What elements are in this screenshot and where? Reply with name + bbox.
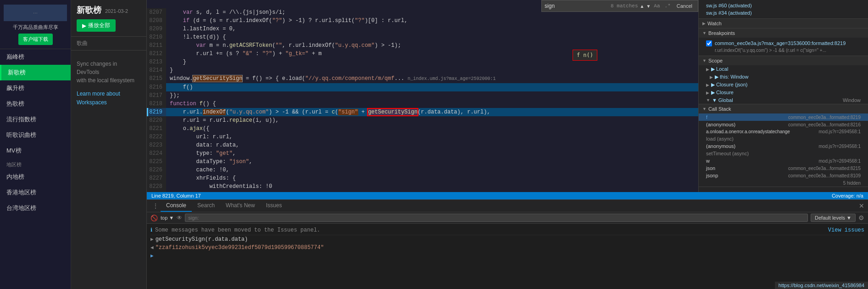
line-content: r.url = r.url.replace(i, u)), bbox=[166, 116, 279, 125]
case-sensitive-toggle[interactable]: Aa bbox=[652, 1, 661, 11]
search-input[interactable] bbox=[545, 3, 609, 9]
line-number: 8207 bbox=[147, 8, 166, 17]
scope-closure-json-row[interactable]: ▶ ▶ Closure (json) bbox=[699, 81, 868, 89]
status-position: Line 8219, Column 17 bbox=[151, 193, 201, 198]
sidebar-item-dianfengbang[interactable]: 巅峰榜 bbox=[0, 49, 71, 65]
prev-match-button[interactable]: ▲ bbox=[640, 4, 645, 9]
play-all-button[interactable]: ▶ 播放全部 bbox=[77, 19, 116, 32]
sidebar-item-liuxing[interactable]: 流行指数榜 bbox=[0, 112, 71, 127]
call-stack-item-anon1[interactable]: (anonymous) common_eec0e3a...formatted:8… bbox=[699, 121, 868, 128]
download-button[interactable]: 客户端下载 bbox=[18, 34, 53, 45]
sidebar-item-mv[interactable]: MV榜 bbox=[0, 143, 71, 159]
tab-console[interactable]: Console bbox=[161, 200, 192, 212]
call-stack-header[interactable]: ▼ Call Stack bbox=[699, 104, 868, 113]
search-cancel-button[interactable]: Cancel bbox=[674, 3, 695, 9]
call-stack-title: Call Stack bbox=[708, 106, 731, 112]
next-match-button[interactable]: ▼ bbox=[646, 4, 651, 9]
workspaces-text: Workspaces bbox=[77, 99, 107, 106]
console-filter-input[interactable] bbox=[185, 214, 808, 222]
call-stack-item-load[interactable]: load (async) bbox=[699, 135, 868, 142]
sidebar-item-xinggebang[interactable]: 新歌榜 bbox=[0, 65, 71, 80]
line-content: r.url += (s ? "&" : "?") + "g_tk=" + m bbox=[166, 50, 322, 58]
call-stack-location: common_eec0e3a...formatted:8219 bbox=[788, 115, 861, 120]
sidebar-item-label: 内地榜 bbox=[6, 173, 24, 180]
hidden-count-row[interactable]: 5 hidden bbox=[699, 179, 868, 187]
tab-whatsnew[interactable]: What's New bbox=[220, 200, 261, 212]
sw-item2-text: sw.js #34 (activated) bbox=[706, 10, 752, 16]
top-selector[interactable]: top ▼ bbox=[161, 215, 174, 221]
workspaces-link[interactable]: Workspaces bbox=[77, 99, 141, 106]
call-stack-item-w[interactable]: w mod.js?r=2694568:1 bbox=[699, 157, 868, 164]
sidebar-item-label: 新歌榜 bbox=[8, 69, 26, 76]
code-line: 8212 r.url += (s ? "&" : "?") + "g_tk=" … bbox=[147, 50, 698, 58]
result-arrow-icon: ◀ bbox=[150, 244, 154, 252]
console-default-levels[interactable]: Default levels ▼ bbox=[811, 214, 856, 222]
scope-closure-json-arrow: ▶ bbox=[706, 83, 709, 87]
call-stack-item-json[interactable]: json common_eec0e3a...formatted:8215 bbox=[699, 164, 868, 172]
call-stack-label: a.onload.a.onerror.a.onreadystatechange bbox=[706, 129, 790, 134]
info-icon: ℹ bbox=[150, 226, 152, 234]
breakpoint-checkbox[interactable] bbox=[706, 40, 712, 46]
call-stack-item-anon2[interactable]: (anonymous) mod.js?r=2694568:1 bbox=[699, 142, 868, 150]
line-content: type: "get", bbox=[166, 149, 236, 158]
call-stack-item-settimeout[interactable]: setTimeout (async) bbox=[699, 150, 868, 157]
line-number: 8224 bbox=[147, 149, 166, 158]
sw-item1[interactable]: sw.js #60 (activated) bbox=[702, 2, 864, 9]
scope-global-row[interactable]: ▼ ▼ Global Window bbox=[699, 96, 868, 104]
scope-this-row[interactable]: ▶ ▶ this: Window bbox=[699, 73, 868, 81]
line-number: 8209 bbox=[147, 25, 166, 33]
console-command-text: getSecuritySign(r.data.data) bbox=[156, 235, 248, 244]
sw-item2[interactable]: sw.js #34 (activated) bbox=[702, 9, 864, 17]
sidebar-item-label: MV榜 bbox=[6, 147, 22, 154]
watch-arrow: ▶ bbox=[702, 21, 706, 26]
tab-search[interactable]: Search bbox=[192, 200, 220, 212]
devtools-sync-hint: Sync changes in DevTools with the local … bbox=[71, 51, 146, 289]
view-issues-link[interactable]: View issues bbox=[828, 226, 864, 234]
code-line: 8226 cache: !0, bbox=[147, 166, 698, 174]
sidebar-item-biaoshengbang[interactable]: 飙升榜 bbox=[0, 80, 71, 96]
sidebar-section-diqu: 地区榜 bbox=[0, 159, 71, 169]
line-content: } bbox=[166, 58, 186, 66]
call-stack-item-f[interactable]: f common_eec0e3a...formatted:8219 bbox=[699, 113, 868, 121]
line-number: 8215 bbox=[147, 74, 166, 83]
three-dot-menu[interactable]: ⋮ bbox=[150, 200, 161, 211]
scope-header[interactable]: ▼ Scope bbox=[699, 56, 868, 65]
call-stack-item-onload[interactable]: a.onload.a.onerror.a.onreadystatechange … bbox=[699, 128, 868, 135]
breakpoints-header[interactable]: ▼ Breakpoints bbox=[699, 28, 868, 38]
console-command-row: ▶ getSecuritySign(r.data.data) bbox=[150, 235, 864, 244]
tab-issues[interactable]: Issues bbox=[261, 200, 288, 212]
watch-header[interactable]: ▶ Watch bbox=[699, 19, 868, 28]
sidebar-item-label: 巅峰榜 bbox=[6, 53, 24, 60]
sidebar-item-tingge[interactable]: 听歌识曲榜 bbox=[0, 127, 71, 143]
code-line: 8211 var m = n.getACSRFToken("", r.url.i… bbox=[147, 41, 698, 50]
scope-global-val: Window bbox=[843, 97, 861, 103]
sidebar-item-taiwan[interactable]: 台湾地区榜 bbox=[0, 200, 71, 216]
scope-local-row[interactable]: ▶ ▶ Local bbox=[699, 65, 868, 73]
line-number: 8208 bbox=[147, 17, 166, 25]
console-close-button[interactable]: ✕ bbox=[859, 202, 864, 210]
clear-console-button[interactable]: 🚫 bbox=[150, 215, 158, 221]
sidebar-ad: ⋯ 千万高品质曲库尽享 客户端下载 bbox=[0, 0, 71, 49]
console-tabs-bar: ⋮ Console Search What's New Issues ✕ bbox=[147, 200, 868, 212]
sidebar-item-neidibang[interactable]: 内地榜 bbox=[0, 169, 71, 185]
regex-toggle[interactable]: .* bbox=[663, 1, 672, 11]
call-stack-item-jsonp[interactable]: jsonp common_eec0e3a...formatted:8109 bbox=[699, 172, 868, 179]
console-prompt-row[interactable]: ▶ bbox=[150, 252, 864, 260]
sidebar-item-xianggang[interactable]: 香港地区榜 bbox=[0, 185, 71, 200]
scope-this-arrow: ▶ bbox=[710, 75, 713, 79]
line-content: f() bbox=[166, 83, 193, 91]
page-title: 新歌榜 2021-03-2 bbox=[77, 5, 141, 16]
scope-closure-row[interactable]: ▶ ▶ Closure bbox=[699, 89, 868, 96]
console-gear-button[interactable]: ⚙ bbox=[858, 214, 864, 221]
call-stack-location: mod.js?r=2694568:1 bbox=[819, 144, 861, 149]
call-stack-label: (anonymous) bbox=[706, 122, 735, 127]
code-line: 8208 if (d = (s = r.url.indexOf("?") > -… bbox=[147, 17, 698, 25]
breakpoint-info: common_eec0e3a.js?max_age=31536000:forma… bbox=[715, 40, 846, 54]
sidebar-item-label: 听歌识曲榜 bbox=[6, 131, 36, 138]
eye-filter-button[interactable]: 👁 bbox=[177, 215, 182, 221]
learn-more-link[interactable]: Learn more about bbox=[77, 89, 141, 99]
hover-popup-text: f n() bbox=[577, 52, 593, 58]
scope-closure-json-text: ▶ Closure (json) bbox=[711, 82, 748, 88]
sidebar-item-regbang[interactable]: 热歌榜 bbox=[0, 96, 71, 112]
line-content: }); bbox=[166, 91, 180, 100]
